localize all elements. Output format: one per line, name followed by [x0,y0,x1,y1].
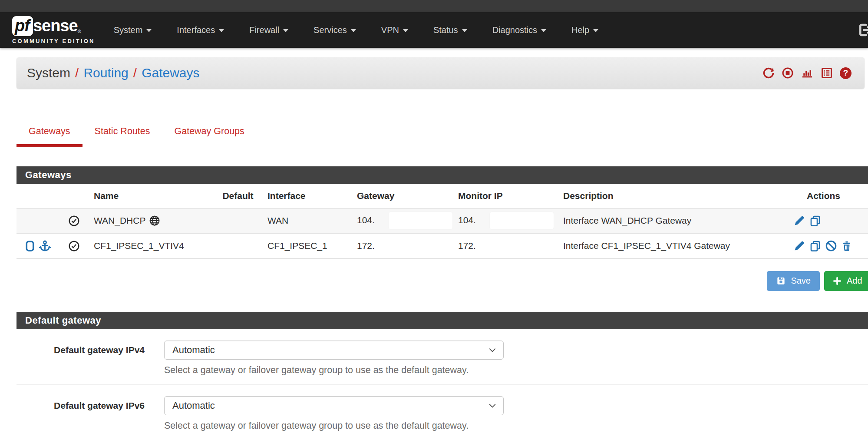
edit-icon[interactable] [793,240,805,252]
select-value: Automatic [172,400,215,411]
breadcrumb-section: System [27,66,70,80]
gateway-value: 104. [357,215,375,225]
default-gateway-ipv4-select[interactable]: Automatic [164,341,504,360]
breadcrumb-separator: / [133,66,137,80]
stop-circle-icon[interactable] [782,67,794,79]
tab-gateways[interactable]: Gateways [17,126,83,147]
interface-cell: WAN [260,208,351,233]
breadcrumb-link-routing[interactable]: Routing [83,66,128,80]
status-cell [62,208,86,233]
page-action-icons: ? [762,67,851,79]
monitor-ip-value: 172. [458,241,476,251]
col-header-monitor-ip: Monitor IP [453,184,557,208]
col-header-description: Description [557,184,783,208]
tab-bar: Gateways Static Routes Gateway Groups [17,126,868,147]
gateways-table: Name Default Interface Gateway Monitor I… [17,184,868,259]
nav-item-firewall[interactable]: Firewall [237,12,301,48]
caret-down-icon [219,29,224,32]
table-header-row: Name Default Interface Gateway Monitor I… [17,184,868,208]
caret-down-icon [351,29,356,32]
default-gateway-panel-title: Default gateway [17,312,868,329]
default-gateway-ipv6-select[interactable]: Automatic [164,396,504,415]
default-gateway-ipv6-label: Default gateway IPv6 [17,396,145,431]
log-list-icon[interactable] [821,67,833,79]
table-actions-bar: Save Add [17,271,868,291]
nav-menu: System Interfaces Firewall Services VPN … [101,12,611,48]
col-header-name: Name [86,184,216,208]
logo-subtitle: COMMUNITY EDITION [12,38,95,44]
nav-item-system[interactable]: System [101,12,165,48]
nav-item-label: Status [433,25,458,35]
col-header-drag [17,184,62,208]
caret-down-icon [541,29,546,32]
check-circle-icon [68,240,80,252]
col-header-status [62,184,86,208]
caret-down-icon [593,29,598,32]
chevron-down-icon [488,347,496,353]
nav-item-help[interactable]: Help [559,12,611,48]
anchor-icon[interactable] [39,240,51,252]
chart-bar-icon[interactable] [801,67,814,79]
gateway-cell: 104. [351,208,453,233]
default-gateway-panel: Default gateway Default gateway IPv4 Aut… [17,312,868,440]
gateway-cell: 172. [351,233,453,258]
nav-item-diagnostics[interactable]: Diagnostics [480,12,559,48]
edit-icon[interactable] [793,215,805,227]
refresh-icon[interactable] [762,67,775,79]
gateway-row-wan-dhcp: WAN_DHCP WAN [17,208,868,233]
navbar: pf sense ® COMMUNITY EDITION System Inte… [0,12,868,48]
square-outline-icon[interactable] [25,240,35,252]
default-gateway-ipv4-label: Default gateway IPv4 [17,341,145,376]
logo-sense: sense [33,16,78,34]
sign-out-icon[interactable] [857,22,868,38]
status-cell [62,233,86,258]
description-value: Interface WAN_DHCP Gateway [563,215,691,225]
description-cell: Interface CF1_IPSEC_1_VTIV4 Gateway [557,233,783,258]
copy-icon[interactable] [809,215,821,227]
nav-item-label: Help [571,25,589,35]
nav-item-services[interactable]: Services [301,12,369,48]
breadcrumb-link-gateways[interactable]: Gateways [142,66,199,80]
chevron-down-icon [488,403,496,408]
default-gateway-ipv6-help: Select a gateway or failover gateway gro… [164,420,504,431]
nav-item-interfaces[interactable]: Interfaces [164,12,237,48]
tab-static-routes[interactable]: Static Routes [83,126,162,147]
nav-item-label: Services [314,25,347,35]
monitor-ip-cell: 172. [453,233,557,258]
help-circle-icon[interactable]: ? [840,67,851,79]
description-value: Interface CF1_IPSEC_1_VTIV4 Gateway [563,241,730,251]
select-value: Automatic [172,344,215,356]
window-top-strip [0,0,868,12]
drag-cell [17,233,62,258]
col-header-default: Default [216,184,260,208]
add-button[interactable]: Add [824,271,868,291]
col-header-actions: Actions [783,184,868,208]
delete-icon[interactable] [841,240,852,252]
nav-item-label: Diagnostics [492,25,537,35]
actions-cell [783,233,868,258]
monitor-ip-cell: 104. [453,208,557,233]
col-header-interface: Interface [260,184,351,208]
nav-item-status[interactable]: Status [421,12,480,48]
redacted-value [389,212,452,229]
default-cell [216,233,260,258]
gateway-name: CF1_IPSEC_1_VTIV4 [94,241,184,251]
caret-down-icon [283,29,288,32]
logo-pf: pf [12,16,33,36]
name-cell: CF1_IPSEC_1_VTIV4 [86,233,216,258]
nav-item-vpn[interactable]: VPN [369,12,421,48]
disable-icon[interactable] [825,240,837,252]
plus-icon [832,276,842,286]
save-button[interactable]: Save [767,271,820,291]
breadcrumb: System / Routing / Gateways [27,66,200,80]
nav-item-label: VPN [381,25,399,35]
gateways-panel: Gateways Name Default Interface Gateway … [17,166,868,259]
tab-gateway-groups[interactable]: Gateway Groups [162,126,256,147]
pfsense-logo[interactable]: pf sense ® COMMUNITY EDITION [12,16,95,44]
drag-cell [17,208,62,233]
gateway-row-cf1-ipsec: CF1_IPSEC_1_VTIV4 CF1_IPSEC_1 172. 172. … [17,233,868,258]
gateway-name: WAN_DHCP [94,215,145,226]
copy-icon[interactable] [809,240,821,252]
monitor-ip-value: 104. [458,215,476,225]
form-row-ipv4: Default gateway IPv4 Automatic Select a … [17,341,868,385]
